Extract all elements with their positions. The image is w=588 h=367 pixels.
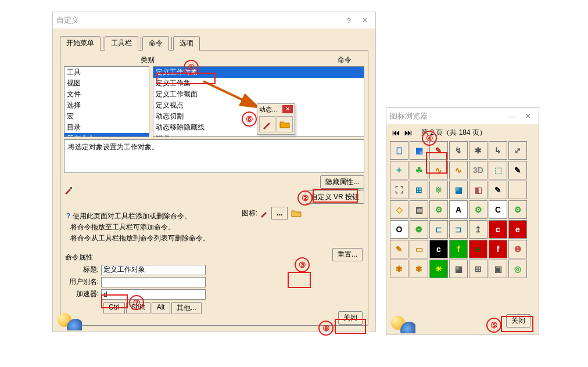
annotation-6: ⑥ — [242, 111, 257, 127]
tab-start-menu[interactable]: 开始菜单 — [60, 36, 101, 51]
alias-input[interactable] — [101, 277, 206, 287]
accelerator-input[interactable] — [101, 289, 206, 300]
category-header: 类别 — [141, 55, 155, 65]
icon-cell[interactable]: A — [449, 200, 468, 219]
icon-cell[interactable]: c — [429, 240, 448, 258]
icon-cell[interactable]: ⊐ — [449, 220, 468, 239]
tab-divider — [141, 37, 141, 49]
close-icon[interactable]: ✕ — [282, 105, 293, 113]
titlebar: 自定义 ? × — [53, 12, 375, 28]
icon-cell[interactable]: f — [449, 240, 468, 258]
icon-cell[interactable]: ✦ — [390, 161, 408, 179]
pen-icon — [64, 185, 73, 195]
annotation-3: ③ — [295, 257, 310, 272]
other-button[interactable]: 其他... — [171, 302, 202, 314]
icon-cell[interactable]: ⚙ — [508, 200, 527, 219]
icon-cell[interactable]: ∿ — [429, 161, 448, 179]
list-item[interactable]: 工具 — [64, 67, 149, 78]
list-item[interactable]: 目录 — [64, 122, 149, 133]
annotation-4: ④ — [422, 131, 437, 146]
icon-cell[interactable]: e — [508, 220, 527, 239]
icon-cell[interactable]: ▤ — [410, 200, 428, 219]
pen-icon — [260, 208, 269, 218]
close-button[interactable]: 关闭 — [338, 311, 363, 325]
category-listbox[interactable]: 工具 视图 文件 选择 宏 目录 所有命令 — [64, 66, 149, 137]
icon-cell[interactable]: ✎ — [489, 181, 507, 199]
icon-cell[interactable]: ◇ — [390, 200, 408, 219]
tab-divider — [171, 37, 172, 49]
icon-cell[interactable]: ❁ — [410, 220, 428, 239]
icon-cell[interactable]: ⚙ — [429, 200, 448, 219]
icon-cell[interactable]: ☀ — [429, 260, 448, 278]
window-title: 自定义 — [56, 15, 79, 26]
open-folder-icon[interactable] — [290, 207, 303, 219]
icon-cell[interactable]: C — [489, 200, 507, 219]
icon-cell[interactable] — [508, 181, 527, 199]
icon-cell[interactable]: c — [489, 220, 507, 239]
icon-cell[interactable]: ⊏ — [429, 220, 448, 239]
icon-browser-dialog: 图标浏览器 — × ⏮ ⏭ 第 2 页（共 184 页） ⎕▦✎↯✱↳⤢✦☘∿∿… — [386, 107, 539, 335]
icon-cell[interactable]: ※ — [429, 181, 448, 199]
tab-commands[interactable]: 命令 — [142, 36, 169, 51]
list-item[interactable]: 所有命令 — [64, 133, 149, 137]
tab-options[interactable]: 选项 — [173, 36, 200, 51]
icon-cell[interactable]: ◧ — [469, 181, 487, 199]
icon-cell[interactable]: ⬚ — [489, 161, 507, 179]
icon-cell[interactable]: ↥ — [469, 220, 487, 239]
browse-icons-button[interactable]: ... — [271, 207, 288, 220]
icon-cell[interactable]: ↯ — [449, 141, 468, 160]
icon-cell[interactable]: ✎ — [390, 240, 408, 258]
first-page-icon[interactable]: ⏮ — [391, 128, 401, 137]
ctrl-button[interactable]: Ctrl — [103, 302, 125, 314]
icon-cell[interactable]: ☘ — [410, 161, 428, 179]
close-icon[interactable]: × — [521, 111, 535, 121]
alt-button[interactable]: Alt — [152, 302, 170, 314]
drag-preview-toolbar[interactable]: 动态... ✕ — [257, 103, 295, 135]
command-header: 命令 — [338, 55, 352, 65]
list-item[interactable]: 宏 — [64, 111, 149, 122]
title-input[interactable] — [101, 265, 206, 275]
close-icon[interactable]: × — [358, 15, 372, 26]
icon-cell[interactable]: ⛶ — [390, 181, 408, 199]
icon-cell[interactable]: ◎ — [508, 260, 527, 278]
reset-button[interactable]: 重置... — [332, 248, 363, 261]
icon-cell[interactable]: ✎ — [508, 161, 527, 179]
icon-cell[interactable]: ▦ — [449, 181, 468, 199]
icon-cell[interactable]: ↳ — [489, 141, 507, 160]
icon-cell[interactable]: ✾ — [410, 260, 428, 278]
close-button[interactable]: 关闭 — [506, 314, 530, 328]
help-icon[interactable]: ? — [342, 16, 356, 25]
icon-cell[interactable]: ∿ — [449, 161, 468, 179]
hide-attributes-button[interactable]: 隐藏属性... — [320, 175, 364, 189]
next-page-icon[interactable]: ⏭ — [403, 128, 413, 137]
icon-cell[interactable]: ⤢ — [508, 141, 527, 160]
icon-cell[interactable]: ▣ — [489, 260, 507, 278]
icon-cell[interactable]: ❶ — [508, 240, 527, 258]
icon-cell[interactable]: ✱ — [469, 141, 487, 160]
icon-cell[interactable]: ✾ — [390, 260, 408, 278]
icon-cell[interactable]: ⎕ — [390, 141, 408, 160]
icon-cell[interactable]: ▦ — [449, 260, 468, 278]
annotation-1: ① — [184, 60, 199, 75]
minimize-icon[interactable]: — — [505, 112, 519, 121]
tab-toolbar[interactable]: 工具栏 — [105, 36, 138, 51]
icon-grid: ⎕▦✎↯✱↳⤢✦☘∿∿3D⬚✎⛶⊞※▦◧✎◇▤⚙A⚙C⚙O❁⊏⊐↥ce✎▭cfe… — [386, 139, 539, 280]
icon-cell[interactable]: ▭ — [410, 240, 428, 258]
accel-label: 加速器: — [64, 289, 101, 299]
icon-cell[interactable]: 3D — [469, 161, 487, 179]
annotation-5: ⑤ — [486, 318, 501, 333]
help-text: ? 使用此页面对工具栏添加或删除命令。 将命令拖放至工具栏可添加命令。 将命令从… — [66, 211, 364, 244]
vr-button[interactable]: 自定义 VR 按钮 — [306, 190, 364, 204]
list-item[interactable]: 选择 — [64, 100, 149, 111]
icon-cell[interactable]: f — [489, 240, 507, 258]
icon-cell[interactable]: e — [469, 240, 487, 258]
list-item[interactable]: 视图 — [64, 78, 149, 89]
icon-cell[interactable]: O — [390, 220, 408, 239]
icon-cell[interactable]: ⚙ — [469, 200, 487, 219]
icon-cell[interactable]: ⊞ — [469, 260, 487, 278]
folder-icon[interactable] — [277, 116, 293, 132]
icon-cell[interactable]: ⊞ — [410, 181, 428, 199]
list-item[interactable]: 文件 — [64, 89, 149, 100]
svg-line-1 — [203, 81, 259, 107]
pen-icon[interactable] — [259, 116, 275, 132]
